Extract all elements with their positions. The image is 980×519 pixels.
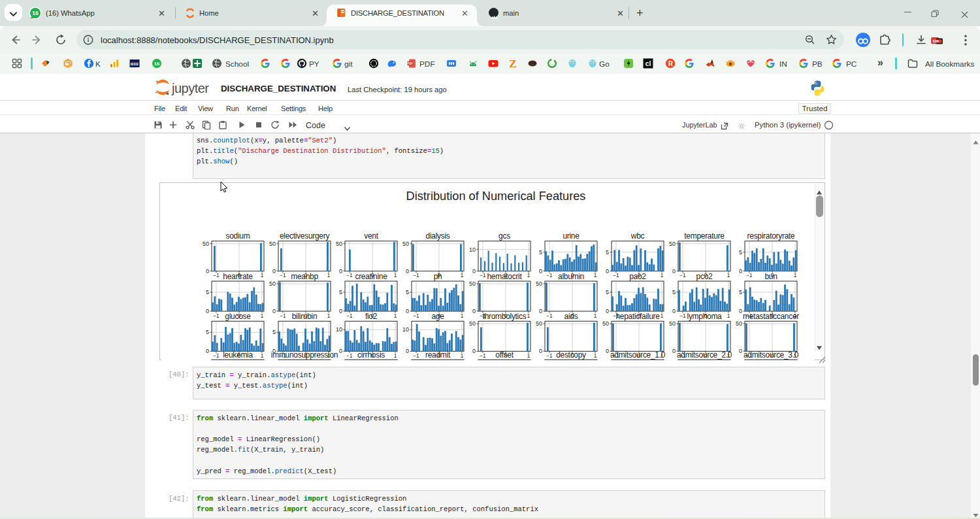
svg-text:meanbp: meanbp xyxy=(291,271,318,280)
svg-text:0: 0 xyxy=(205,267,208,274)
svg-text:0: 0 xyxy=(272,267,275,274)
svg-text:5: 5 xyxy=(672,289,675,295)
svg-text:−1: −1 xyxy=(346,312,353,318)
svg-text:1: 1 xyxy=(460,272,463,278)
svg-text:1: 1 xyxy=(793,272,796,278)
svg-text:admitsource_1.0: admitsource_1.0 xyxy=(610,350,665,359)
svg-text:bilirubin: bilirubin xyxy=(291,311,317,320)
svg-text:1: 1 xyxy=(727,312,730,318)
svg-text:0: 0 xyxy=(338,308,342,314)
svg-text:0: 0 xyxy=(738,308,742,314)
svg-text:−1: −1 xyxy=(280,312,286,318)
svg-text:0: 0 xyxy=(405,308,408,314)
svg-text:1: 1 xyxy=(660,312,663,318)
svg-text:readmit: readmit xyxy=(425,350,451,359)
svg-text:16: 16 xyxy=(154,61,160,67)
svg-text:10: 10 xyxy=(402,326,408,333)
svg-text:0: 0 xyxy=(272,308,275,314)
svg-text:1: 1 xyxy=(660,272,663,278)
svg-text:0: 0 xyxy=(738,267,742,274)
svg-text:R: R xyxy=(668,60,674,67)
svg-text:5: 5 xyxy=(738,289,742,295)
svg-text:1: 1 xyxy=(327,312,330,318)
svg-text:10: 10 xyxy=(335,326,342,333)
svg-text:1: 1 xyxy=(393,272,397,278)
svg-text:1: 1 xyxy=(327,272,330,278)
svg-text:−1: −1 xyxy=(213,352,220,358)
svg-text:respiratoryrate: respiratoryrate xyxy=(747,231,794,241)
svg-text:1: 1 xyxy=(260,352,263,358)
svg-text:ph: ph xyxy=(433,271,442,280)
svg-text:0: 0 xyxy=(672,348,675,354)
svg-text:0: 0 xyxy=(338,348,342,354)
svg-text:−1: −1 xyxy=(213,272,220,278)
svg-text:−1: −1 xyxy=(280,272,286,278)
svg-text:admitsource_3.0: admitsource_3.0 xyxy=(743,350,798,359)
svg-text:50: 50 xyxy=(202,240,208,246)
svg-text:lymphoma: lymphoma xyxy=(687,311,722,320)
svg-text:1: 1 xyxy=(593,352,596,358)
svg-text:50: 50 xyxy=(735,320,742,327)
svg-text:1: 1 xyxy=(527,312,530,318)
svg-text:50: 50 xyxy=(202,359,208,360)
svg-text:−1: −1 xyxy=(413,352,419,358)
svg-text:5: 5 xyxy=(605,248,608,255)
svg-text:1: 1 xyxy=(260,272,263,278)
svg-text:electivesurgery: electivesurgery xyxy=(279,231,329,241)
svg-text:5: 5 xyxy=(272,329,275,335)
svg-text:heartrate: heartrate xyxy=(223,271,253,280)
svg-text:5: 5 xyxy=(338,289,342,295)
svg-text:fio2: fio2 xyxy=(365,311,377,320)
svg-text:1: 1 xyxy=(527,272,530,278)
svg-text:0: 0 xyxy=(605,267,608,274)
svg-text:10: 10 xyxy=(468,246,475,252)
svg-text:50: 50 xyxy=(402,240,408,246)
svg-text:hepaticfailure: hepaticfailure xyxy=(615,311,660,320)
svg-text:−1: −1 xyxy=(746,272,753,278)
svg-text:−1: −1 xyxy=(613,272,619,278)
svg-text:sodium: sodium xyxy=(225,231,250,241)
svg-text:50: 50 xyxy=(468,359,475,360)
svg-text:Distribution of Numerical Feat: Distribution of Numerical Features xyxy=(406,190,585,203)
svg-text:−1: −1 xyxy=(546,312,553,318)
svg-text:0: 0 xyxy=(538,348,542,354)
svg-text:−1: −1 xyxy=(213,312,220,318)
svg-text:1: 1 xyxy=(260,312,263,318)
svg-text:admitsource_2.0: admitsource_2.0 xyxy=(676,350,732,359)
svg-text:50: 50 xyxy=(468,280,475,287)
svg-text:−1: −1 xyxy=(413,312,419,318)
svg-text:−1: −1 xyxy=(546,352,553,358)
svg-text:urine: urine xyxy=(563,231,580,241)
svg-text:−1: −1 xyxy=(413,272,419,278)
svg-text:50: 50 xyxy=(535,280,542,287)
svg-text:gcs: gcs xyxy=(498,231,510,241)
svg-text:0: 0 xyxy=(672,267,675,274)
svg-text:temperature: temperature xyxy=(684,231,725,241)
svg-text:0: 0 xyxy=(205,308,208,314)
svg-text:−1: −1 xyxy=(546,272,553,278)
svg-text:50: 50 xyxy=(668,240,675,246)
svg-text:thrombolytics: thrombolytics xyxy=(482,311,526,320)
svg-text:1: 1 xyxy=(393,312,397,318)
svg-text:−1: −1 xyxy=(480,352,486,358)
svg-text:50: 50 xyxy=(602,320,608,327)
svg-text:wbc: wbc xyxy=(630,231,644,241)
svg-text:50: 50 xyxy=(335,240,342,246)
svg-text:offset: offset xyxy=(495,350,514,359)
svg-text:vent: vent xyxy=(364,231,378,241)
svg-text:50: 50 xyxy=(668,320,675,327)
svg-text:−1: −1 xyxy=(679,312,686,318)
svg-text:1: 1 xyxy=(593,312,596,318)
svg-text:cl: cl xyxy=(645,60,651,67)
svg-text:leukemia: leukemia xyxy=(223,350,253,359)
svg-text:50: 50 xyxy=(468,320,475,327)
svg-text:5: 5 xyxy=(205,289,208,295)
svg-text:hematocrit: hematocrit xyxy=(487,271,522,280)
svg-text:50: 50 xyxy=(602,359,608,360)
svg-text:1: 1 xyxy=(527,352,530,358)
svg-text:IEEE: IEEE xyxy=(131,62,139,66)
svg-text:pco2: pco2 xyxy=(696,271,712,280)
svg-text:5: 5 xyxy=(538,248,542,255)
svg-text:0: 0 xyxy=(405,267,408,274)
svg-text:0: 0 xyxy=(405,348,408,354)
